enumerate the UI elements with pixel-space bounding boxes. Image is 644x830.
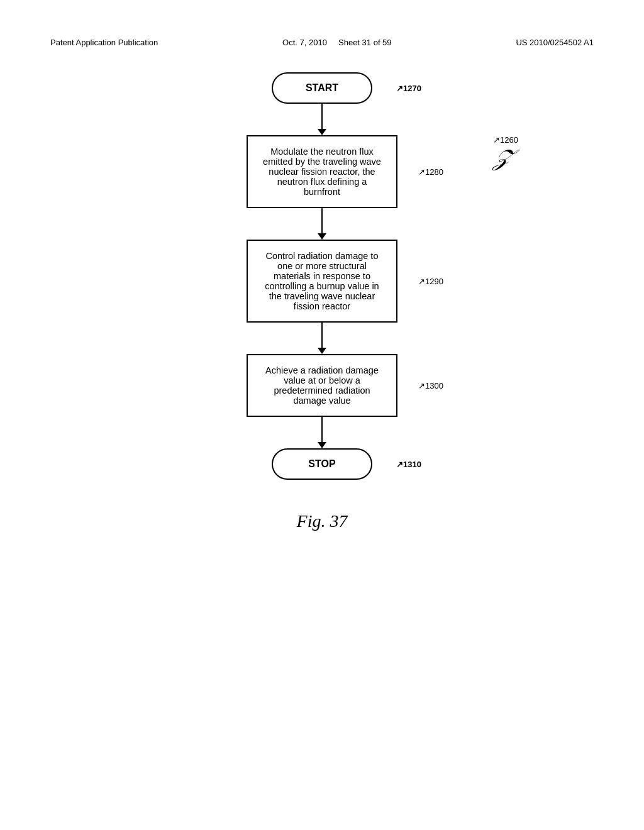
step-1300-node: Achieve a radiation damage value at or b… bbox=[247, 354, 397, 417]
step-1290-row: Control radiation damage to one or more … bbox=[247, 240, 397, 323]
figure-caption: Fig. 37 bbox=[297, 511, 348, 531]
arrow-2 bbox=[318, 208, 326, 240]
step-1280-label: Modulate the neutron flux emitted by the… bbox=[263, 147, 381, 197]
ref-1280: ↗1280 bbox=[418, 167, 443, 177]
arrow-2-line bbox=[321, 208, 323, 233]
stop-row: STOP ↗1310 bbox=[272, 448, 372, 480]
arrow-3 bbox=[318, 323, 326, 354]
arrow-4-head bbox=[318, 442, 326, 448]
arrow-4 bbox=[318, 417, 326, 448]
arrow-1-head bbox=[318, 129, 326, 135]
start-node: START ↗1270 bbox=[272, 72, 372, 104]
step-1280-node: Modulate the neutron flux emitted by the… bbox=[247, 135, 397, 208]
ref-1270: ↗1270 bbox=[396, 84, 421, 93]
arrow-2-head bbox=[318, 233, 326, 240]
arrow-3-line bbox=[321, 323, 323, 348]
header-date-sheet: Oct. 7, 2010 Sheet 31 of 59 bbox=[282, 38, 391, 47]
step-1290-label: Control radiation damage to one or more … bbox=[265, 251, 379, 311]
flowchart: ↗1260 𝒵 START ↗1270 Modulate the neutron… bbox=[50, 72, 594, 531]
step-1300-label: Achieve a radiation damage value at or b… bbox=[265, 365, 379, 406]
zigzag-icon: 𝒵 bbox=[489, 145, 512, 171]
header-date: Oct. 7, 2010 bbox=[282, 38, 327, 47]
arrow-1-line bbox=[321, 104, 323, 129]
page-header: Patent Application Publication Oct. 7, 2… bbox=[50, 38, 594, 47]
figure-caption-text: Fig. 37 bbox=[297, 511, 348, 531]
ref-1310: ↗1310 bbox=[396, 460, 421, 469]
step-1290-node: Control radiation damage to one or more … bbox=[247, 240, 397, 323]
ref-1260-label: ↗1260 bbox=[493, 135, 518, 145]
stop-node: STOP ↗1310 bbox=[272, 448, 372, 480]
start-row: START ↗1270 bbox=[272, 72, 372, 104]
ref-1300: ↗1300 bbox=[418, 381, 443, 390]
ref-1260-container: ↗1260 𝒵 bbox=[493, 135, 518, 171]
step-1280-row: Modulate the neutron flux emitted by the… bbox=[247, 135, 397, 208]
header-sheet: Sheet 31 of 59 bbox=[338, 38, 392, 47]
start-label: START bbox=[306, 82, 338, 93]
page: Patent Application Publication Oct. 7, 2… bbox=[0, 0, 644, 830]
ref-1290: ↗1290 bbox=[418, 277, 443, 286]
header-patent-number: US 2010/0254502 A1 bbox=[516, 38, 594, 47]
arrow-4-line bbox=[321, 417, 323, 442]
stop-label: STOP bbox=[308, 458, 335, 469]
step-1300-row: Achieve a radiation damage value at or b… bbox=[247, 354, 397, 417]
arrow-1 bbox=[318, 104, 326, 135]
arrow-3-head bbox=[318, 348, 326, 354]
header-publication-type: Patent Application Publication bbox=[50, 38, 158, 47]
